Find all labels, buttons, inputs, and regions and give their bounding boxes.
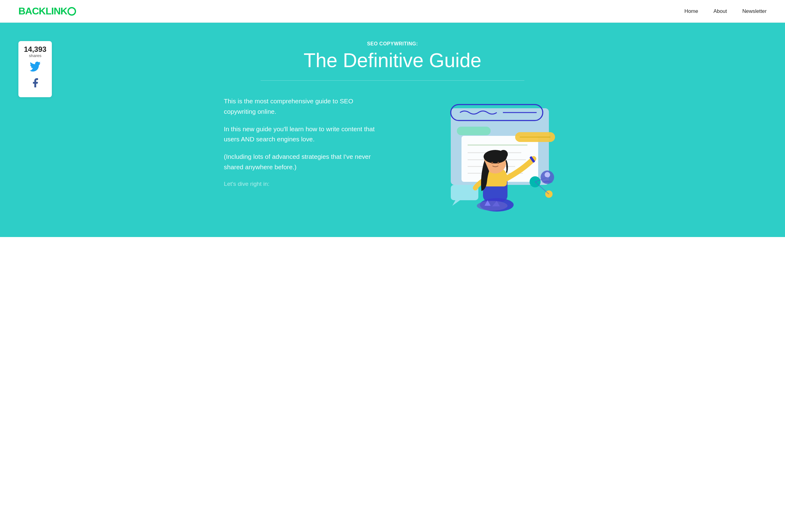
logo-o-icon bbox=[68, 7, 76, 16]
site-logo[interactable]: BACKLINK bbox=[18, 5, 76, 17]
main-nav: Home About Newsletter bbox=[684, 8, 767, 15]
nav-about[interactable]: About bbox=[713, 8, 727, 15]
svg-point-27 bbox=[499, 150, 508, 158]
hero-para-1: This is the most comprehensive guide to … bbox=[224, 96, 383, 117]
hero-bottom: This is the most comprehensive guide to … bbox=[224, 96, 561, 212]
hero-divider bbox=[261, 80, 524, 81]
svg-rect-4 bbox=[457, 127, 490, 135]
svg-point-29 bbox=[497, 162, 499, 164]
shares-count: 14,393 bbox=[24, 45, 46, 53]
shares-widget: 14,393 shares bbox=[18, 41, 52, 97]
twitter-icon[interactable] bbox=[24, 61, 46, 75]
hero-section: 14,393 shares SEO COPYWRITING: The Defin… bbox=[0, 23, 785, 237]
hero-body-text: This is the most comprehensive guide to … bbox=[224, 96, 383, 196]
facebook-icon[interactable] bbox=[24, 77, 46, 91]
hero-para-3: (Including lots of advanced strategies t… bbox=[224, 151, 383, 172]
hero-illustration bbox=[432, 96, 561, 212]
hero-content: SEO COPYWRITING: The Definitive Guide bbox=[254, 41, 531, 80]
logo-text: BACKLINK bbox=[18, 5, 67, 17]
svg-marker-19 bbox=[452, 200, 460, 206]
nav-home[interactable]: Home bbox=[684, 8, 698, 15]
shares-label: shares bbox=[24, 53, 46, 58]
svg-point-28 bbox=[491, 162, 493, 164]
svg-point-15 bbox=[545, 172, 550, 178]
hero-title: The Definitive Guide bbox=[254, 50, 531, 71]
site-header: BACKLINK Home About Newsletter bbox=[0, 0, 785, 23]
hero-cta-label: Let's dive right in: bbox=[224, 179, 383, 189]
svg-point-30 bbox=[477, 201, 507, 211]
hero-subtitle: SEO COPYWRITING: bbox=[254, 41, 531, 47]
hero-para-2: In this new guide you'll learn how to wr… bbox=[224, 124, 383, 145]
nav-newsletter[interactable]: Newsletter bbox=[742, 8, 767, 15]
